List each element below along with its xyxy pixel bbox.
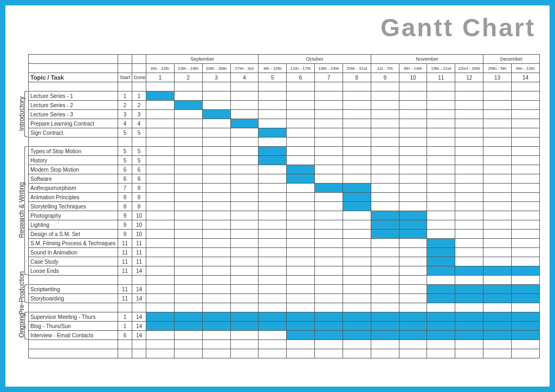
gantt-cell <box>230 248 259 257</box>
gantt-cell <box>455 285 483 294</box>
gantt-cell <box>483 128 512 138</box>
gantt-cell <box>174 230 202 239</box>
task-row: Sound In Animation1111 <box>29 248 540 257</box>
gantt-cell <box>230 193 259 202</box>
date-range: 27th - 3rd <box>230 64 259 73</box>
task-row: History55 <box>29 156 540 165</box>
gantt-cell <box>259 156 287 165</box>
gantt-cell <box>511 322 539 331</box>
task-row: Software66 <box>29 174 540 184</box>
gantt-cell <box>511 294 539 303</box>
gantt-cell <box>455 92 483 101</box>
gantt-cell <box>399 119 427 128</box>
gantt-cell <box>343 294 371 303</box>
gantt-cell <box>259 331 287 340</box>
task-done: 14 <box>132 285 146 294</box>
gantt-cell <box>427 322 455 331</box>
gantt-cell <box>287 294 315 303</box>
gantt-cell <box>399 202 427 211</box>
gantt-cell <box>399 165 427 174</box>
gantt-cell <box>315 119 343 128</box>
gantt-cell <box>455 294 483 303</box>
gantt-cell <box>259 220 287 230</box>
spacer-row <box>29 303 540 312</box>
gantt-cell <box>455 174 483 184</box>
task-row: Animation Principles88 <box>29 193 540 202</box>
gantt-cell <box>146 193 175 202</box>
task-name: Blog - Thurs/Sun <box>29 322 118 331</box>
gantt-cell <box>174 239 202 248</box>
gantt-cell <box>427 239 455 248</box>
task-start: 9 <box>118 230 132 239</box>
gantt-cell <box>399 312 427 322</box>
gantt-cell <box>371 128 399 138</box>
task-done: 8 <box>132 202 146 211</box>
gantt-cell <box>174 128 202 138</box>
gantt-cell <box>230 211 259 220</box>
task-done: 11 <box>132 248 146 257</box>
gantt-cell <box>315 248 343 257</box>
gantt-cell <box>343 230 371 239</box>
gantt-cell <box>371 266 399 276</box>
task-row: Scriptwriting1114 <box>29 285 540 294</box>
gantt-cell <box>315 257 343 266</box>
gantt-cell <box>202 184 230 193</box>
task-row: Storytelling Techniques88 <box>29 202 540 211</box>
gantt-cell <box>202 266 230 276</box>
gantt-cell <box>174 147 202 156</box>
task-row: Prepare Learning Contract44 <box>29 119 540 128</box>
date-range: 4th - 10th <box>259 64 287 73</box>
gantt-cell <box>259 92 287 101</box>
gantt-cell <box>455 101 483 110</box>
gantt-cell <box>511 92 539 101</box>
task-row: Lecture Series - 111 <box>29 92 540 101</box>
task-name: Modern Stop Motion <box>29 165 118 174</box>
gantt-cell <box>483 165 512 174</box>
spacer-row <box>29 349 540 358</box>
gantt-cell <box>371 239 399 248</box>
gantt-cell <box>230 156 259 165</box>
gantt-cell <box>483 156 512 165</box>
gantt-cell <box>315 110 343 119</box>
gantt-cell <box>259 147 287 156</box>
gantt-cell <box>343 174 371 184</box>
task-row: Lighting910 <box>29 220 540 230</box>
gantt-cell <box>399 266 427 276</box>
task-name: Photography <box>29 211 118 220</box>
gantt-cell <box>343 92 371 101</box>
gantt-cell <box>287 322 315 331</box>
gantt-cell <box>399 147 427 156</box>
gantt-cell <box>174 156 202 165</box>
gantt-cell <box>371 257 399 266</box>
gantt-cell <box>315 331 343 340</box>
task-name: Lecture Series - 2 <box>29 101 118 110</box>
gantt-cell <box>483 331 512 340</box>
task-done: 5 <box>132 147 146 156</box>
week-number: 7 <box>315 73 343 82</box>
gantt-cell <box>483 322 512 331</box>
gantt-cell <box>371 156 399 165</box>
task-start: 5 <box>118 128 132 138</box>
gantt-cell <box>146 230 175 239</box>
task-start: 11 <box>118 248 132 257</box>
gantt-cell <box>174 285 202 294</box>
gantt-cell <box>146 322 175 331</box>
gantt-cell <box>483 312 512 322</box>
task-start: 1 <box>118 312 132 322</box>
gantt-cell <box>315 211 343 220</box>
gantt-cell <box>202 322 230 331</box>
gantt-cell <box>287 156 315 165</box>
task-name: Supervisor Meeting - Thurs <box>29 312 118 322</box>
task-row: Types of Stop Motion55 <box>29 147 540 156</box>
task-name: Interview - Email Contacts <box>29 331 118 340</box>
gantt-cell <box>399 248 427 257</box>
gantt-cell <box>230 128 259 138</box>
gantt-cell <box>343 193 371 202</box>
task-name: Sound In Animation <box>29 248 118 257</box>
gantt-cell <box>202 101 230 110</box>
gantt-cell <box>287 147 315 156</box>
gantt-cell <box>371 230 399 239</box>
gantt-cell <box>174 220 202 230</box>
gantt-cell <box>315 294 343 303</box>
gantt-cell <box>230 257 259 266</box>
